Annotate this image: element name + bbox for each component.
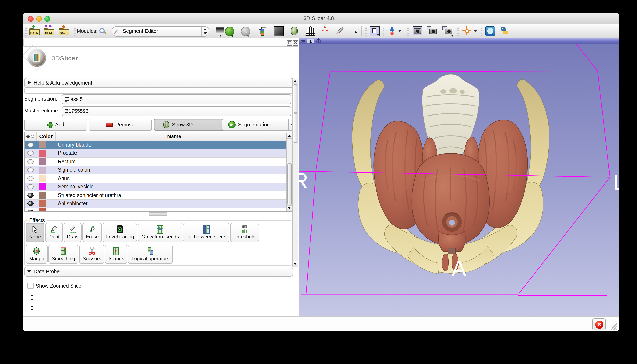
visibility-toggle[interactable] [25, 210, 36, 212]
python-console-icon[interactable] [500, 26, 509, 35]
volume-rendering-icon[interactable] [291, 27, 298, 35]
panel-scrollbar[interactable] [292, 78, 298, 267]
segment-color-cell[interactable] [36, 175, 55, 182]
visibility-toggle[interactable] [25, 184, 36, 190]
effect-button-fill-between-slices[interactable]: Fill between slices [183, 223, 230, 242]
segment-color-cell[interactable] [36, 192, 55, 199]
layout-dropdown-icon[interactable] [377, 34, 379, 36]
toolbar-drag-handle[interactable] [382, 27, 384, 36]
color-column-header[interactable]: Color [36, 132, 56, 141]
pin-icon[interactable] [301, 40, 304, 42]
undock-panel-icon[interactable] [287, 40, 292, 46]
back-dropdown-icon[interactable] [231, 35, 234, 37]
segment-row-urinary-bladder[interactable]: Urinary bladder [25, 141, 287, 149]
visibility-toggle[interactable] [25, 142, 36, 147]
visibility-toggle[interactable] [25, 201, 36, 206]
annotation-pencil-icon[interactable]: ~ [334, 26, 344, 35]
effect-button-threshold[interactable]: Threshold [230, 223, 259, 242]
error-log-button[interactable] [592, 318, 606, 330]
segment-color-cell[interactable] [36, 166, 55, 174]
history-dropdown-icon[interactable] [219, 35, 222, 36]
visibility-column-header[interactable] [25, 132, 36, 141]
visibility-toggle[interactable] [25, 151, 36, 156]
effect-button-none[interactable]: None [26, 223, 44, 242]
title-bar[interactable]: 3D Slicer 4.8.1 [23, 13, 619, 24]
visibility-toggle[interactable] [25, 168, 36, 172]
master-volume-selector[interactable]: 51755596 [62, 106, 291, 116]
toolbar-drag-handle[interactable] [365, 27, 366, 36]
crosshair-icon[interactable] [462, 26, 471, 35]
effect-button-smoothing[interactable]: Smoothing [48, 244, 78, 264]
forward-dropdown-icon[interactable] [247, 35, 250, 37]
toolbar-drag-handle[interactable] [480, 27, 482, 36]
remove-segment-button[interactable]: Remove [89, 118, 152, 131]
table-scrollbar[interactable] [286, 132, 292, 211]
segment-row-ani-sphincter[interactable]: Ani sphincter [25, 200, 287, 208]
module-search-icon[interactable] [99, 28, 106, 34]
name-column-header[interactable]: Name [56, 132, 293, 141]
view-settings-icon[interactable] [316, 39, 321, 44]
segment-color-cell[interactable] [36, 200, 55, 207]
effect-button-logical-operators[interactable]: Logical operators [128, 244, 172, 264]
resize-grip[interactable] [610, 322, 617, 330]
visibility-toggle[interactable] [25, 193, 36, 198]
scrollbar-thumb[interactable] [293, 84, 298, 143]
effect-button-scissors[interactable]: Scissors [79, 244, 104, 264]
scene-view-restore-button[interactable] [442, 26, 452, 35]
scrollbar-thumb[interactable] [287, 163, 292, 205]
toolbar-drag-handle[interactable] [407, 27, 409, 36]
load-data-button[interactable]: DATA [29, 28, 40, 35]
segment-row-rectum[interactable]: Rectum [25, 158, 287, 166]
segment-row-seminal-vesicle[interactable]: Seminal vesicle [25, 183, 287, 191]
interaction-dropdown-icon[interactable] [398, 30, 402, 32]
segment-row-anus[interactable]: Anus [25, 174, 287, 183]
scene-view-dropdown-icon[interactable] [451, 35, 454, 36]
module-back-button[interactable]: ← [225, 27, 234, 36]
transforms-grid-icon[interactable] [305, 26, 315, 36]
load-dicom-button[interactable]: DCM [44, 28, 54, 35]
module-selector[interactable]: Segment Editor [112, 26, 209, 36]
segment-row-prostate[interactable]: Prostate [25, 149, 287, 158]
segment-row-striated-sphincter-of-urethra[interactable]: Striated sphincter of urethra [25, 191, 287, 200]
visibility-toggle[interactable] [25, 159, 36, 164]
toolbar-drag-handle[interactable] [74, 27, 76, 36]
threed-viewport[interactable]: R A L [299, 44, 619, 317]
segment-row-partial[interactable] [25, 208, 287, 211]
effect-button-erase[interactable]: Erase [82, 223, 102, 242]
segment-color-cell[interactable] [36, 158, 55, 165]
effect-button-margin[interactable]: Margin [26, 244, 48, 264]
segmentations-button[interactable]: Segmentations... [222, 118, 298, 131]
segment-row-sigmoid-colon[interactable]: Sigmoid colon [25, 166, 287, 174]
module-history-button[interactable] [216, 28, 224, 34]
crosshair-dropdown-icon[interactable] [474, 30, 477, 32]
panel-splitter-handle[interactable] [148, 212, 168, 216]
visibility-toggle[interactable] [25, 176, 36, 181]
segment-color-cell[interactable] [36, 184, 55, 190]
effect-button-islands[interactable]: Islands [105, 244, 128, 264]
close-panel-icon[interactable] [293, 40, 298, 46]
show-zoomed-slice-checkbox[interactable] [28, 283, 34, 289]
segmentation-selector[interactable]: Class 5 [62, 94, 291, 104]
save-data-button[interactable]: SAVE [59, 28, 69, 35]
module-spinner[interactable] [201, 27, 209, 36]
effect-button-draw[interactable]: Draw [64, 223, 82, 242]
views-cube-icon[interactable] [274, 26, 284, 36]
show-3d-button[interactable]: Show 3D [154, 118, 230, 131]
effect-button-grow-from-seeds[interactable]: Grow from seeds [138, 223, 182, 242]
segment-color-cell[interactable] [36, 141, 55, 148]
segment-color-cell[interactable] [36, 209, 55, 212]
scroll-up-button[interactable] [293, 78, 298, 84]
scene-view-capture-button[interactable] [427, 26, 437, 35]
toolbar-drag-handle[interactable] [457, 27, 459, 36]
mouse-interaction-icon[interactable] [388, 26, 396, 35]
toolbar-overflow-button[interactable]: » [354, 28, 358, 34]
scroll-up-button[interactable] [287, 133, 292, 139]
subject-hierarchy-icon[interactable] [258, 26, 268, 35]
threed-view-controller-bar[interactable]: 1 [299, 38, 619, 44]
scroll-down-button[interactable] [287, 205, 292, 211]
screenshot-button[interactable] [413, 26, 422, 35]
effect-button-level-tracing[interactable]: Level tracing [103, 223, 137, 242]
segments-table-header[interactable]: Color Name [25, 132, 293, 141]
toolbar-drag-handle[interactable] [25, 27, 27, 36]
markups-fiducial-icon[interactable]: * * * [322, 26, 331, 35]
